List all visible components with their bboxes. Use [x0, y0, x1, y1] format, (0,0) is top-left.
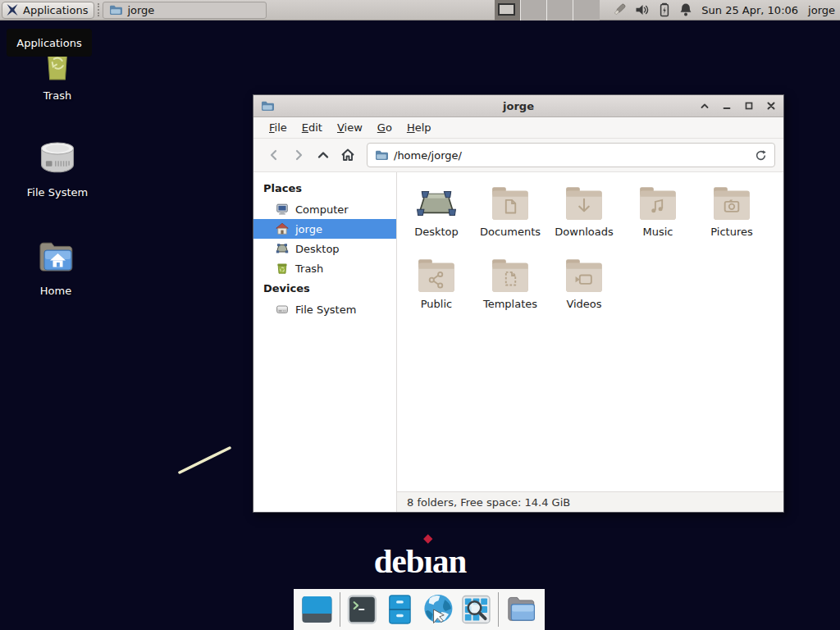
debian-logo-text-post: an [432, 542, 466, 580]
folder-label: Desktop [414, 226, 459, 238]
folder-icon [109, 3, 122, 16]
toolbar: /home/jorge/ [253, 139, 783, 172]
menu-file[interactable]: File [262, 119, 294, 136]
desktop-icon [276, 242, 289, 255]
music-folder-icon [637, 185, 678, 221]
templates-folder-icon [490, 258, 531, 294]
folder-item-desktop[interactable]: Desktop [399, 178, 473, 250]
file-manager-window: jorge File Edit View Go Help [253, 94, 784, 513]
terminal-icon[interactable] [346, 593, 378, 626]
forward-button[interactable] [286, 143, 311, 167]
menu-view[interactable]: View [330, 119, 370, 136]
workspace-4[interactable] [573, 0, 600, 21]
taskbar-window-label: jorge [127, 4, 154, 16]
file-cabinet-icon[interactable] [384, 593, 416, 626]
home-icon [276, 222, 289, 235]
web-browser-icon[interactable] [422, 592, 455, 627]
path-input[interactable]: /home/jorge/ [394, 149, 749, 162]
home-folder-dock-icon[interactable] [504, 593, 538, 626]
chevron-up-icon [317, 148, 330, 162]
pen-tray-icon[interactable] [611, 2, 628, 18]
application-finder-icon[interactable] [460, 593, 492, 626]
downloads-folder-icon [564, 185, 605, 221]
home-folder-icon [34, 236, 77, 277]
desktop-icon-label: File System [27, 186, 88, 199]
folder-item-pictures[interactable]: Pictures [695, 178, 769, 250]
window-content: Places Computer [253, 172, 783, 512]
sidebar-item-computer[interactable]: Computer [253, 199, 396, 219]
reload-icon[interactable] [755, 149, 767, 162]
folder-label: Music [643, 226, 673, 238]
folder-item-music[interactable]: Music [621, 178, 695, 250]
home-button[interactable] [336, 143, 360, 167]
hard-drive-icon [36, 138, 79, 179]
top-panel: Applications jorge [0, 0, 840, 21]
minimize-button[interactable] [722, 101, 732, 111]
workspace-2[interactable] [521, 0, 547, 21]
folder-item-public[interactable]: Public [399, 250, 473, 322]
workspace-window-preview [498, 3, 515, 16]
sidebar-item-trash[interactable]: Trash [253, 258, 396, 278]
trash-icon [276, 262, 289, 275]
chevron-left-icon [267, 148, 281, 162]
folder-label: Public [421, 298, 452, 310]
dock [294, 589, 545, 630]
desktop-icon-filesystem[interactable]: File System [16, 138, 98, 199]
statusbar-text: 8 folders, Free space: 14.4 GiB [407, 496, 570, 509]
path-folder-icon [375, 148, 388, 162]
sidebar-item-filesystem[interactable]: File System [253, 299, 396, 319]
titlebar[interactable]: jorge [253, 95, 783, 117]
folder-label: Templates [483, 298, 537, 310]
maximize-button[interactable] [744, 101, 754, 111]
window-controls [700, 101, 776, 111]
videos-folder-icon [564, 258, 605, 294]
sidebar-item-label: Computer [295, 203, 349, 216]
sidebar: Places Computer [253, 172, 397, 512]
folder-item-templates[interactable]: Templates [473, 250, 547, 322]
volume-icon[interactable] [635, 2, 651, 17]
battery-icon[interactable] [658, 2, 671, 17]
sidebar-devices-header: Devices [253, 278, 396, 299]
statusbar: 8 folders, Free space: 14.4 GiB [397, 491, 783, 512]
sidebar-item-desktop[interactable]: Desktop [253, 239, 396, 258]
public-folder-icon [416, 258, 457, 294]
folder-item-downloads[interactable]: Downloads [547, 178, 621, 250]
pictures-folder-icon [711, 185, 752, 221]
folder-label: Documents [480, 226, 541, 238]
menu-help[interactable]: Help [399, 119, 439, 136]
computer-icon [276, 203, 289, 216]
bell-icon[interactable] [678, 2, 693, 17]
chevron-right-icon [292, 148, 305, 162]
back-button[interactable] [262, 143, 286, 167]
desktop-icon-label: Trash [43, 89, 71, 102]
workspace-3[interactable] [547, 0, 573, 21]
folder-grid: Desktop Documents [397, 172, 783, 491]
home-icon [340, 148, 355, 162]
menu-go[interactable]: Go [370, 119, 399, 136]
path-bar[interactable]: /home/jorge/ [367, 143, 775, 167]
menu-edit[interactable]: Edit [294, 119, 330, 136]
workspace-1[interactable] [495, 0, 521, 21]
show-desktop-icon[interactable] [300, 593, 334, 626]
desktop-icon-home[interactable]: Home [15, 236, 97, 297]
desktop-icon-label: Home [40, 285, 71, 297]
dock-separator [498, 592, 499, 627]
up-button[interactable] [311, 143, 336, 167]
folder-item-videos[interactable]: Videos [547, 250, 621, 322]
close-button[interactable] [766, 101, 776, 111]
applications-menu-button[interactable]: Applications [2, 2, 94, 19]
menubar: File Edit View Go Help [253, 117, 783, 139]
folder-label: Downloads [555, 226, 613, 238]
folder-item-documents[interactable]: Documents [473, 178, 547, 250]
shade-button[interactable] [700, 101, 710, 111]
clock[interactable]: Sun 25 Apr, 10:06 [701, 4, 798, 16]
documents-folder-icon [490, 185, 531, 221]
folder-label: Pictures [710, 226, 752, 238]
applications-tooltip: Applications [7, 29, 92, 57]
sidebar-item-label: Desktop [295, 243, 340, 255]
sidebar-item-jorge[interactable]: jorge [253, 219, 396, 239]
desktop: Applications jorge [0, 0, 840, 630]
main-pane: Desktop Documents [397, 172, 783, 512]
taskbar-window-button[interactable]: jorge [103, 2, 267, 19]
sidebar-item-label: Trash [295, 262, 323, 275]
